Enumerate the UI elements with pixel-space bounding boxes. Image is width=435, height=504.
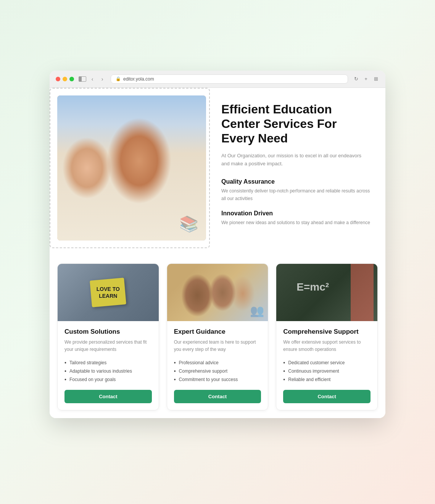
hero-section: Efficient Education Center Services For … (57, 95, 378, 241)
card-custom-solutions-list: Tailored strategies Adaptable to various… (64, 359, 152, 384)
list-item: Continuous improvement (283, 367, 371, 375)
card-custom-solutions: Custom Solutions We provide personalized… (57, 263, 159, 410)
card-custom-solutions-body: Custom Solutions We provide personalized… (58, 321, 159, 410)
contact-button-expert[interactable]: Contact (174, 390, 261, 403)
forward-button[interactable]: › (98, 75, 106, 83)
extensions-icon[interactable]: ⊞ (372, 76, 379, 82)
sidebar-toggle-icon[interactable] (79, 76, 86, 82)
hero-description: At Our Organization, our mission is to e… (221, 152, 370, 168)
card-comprehensive-support-body: Comprehensive Support We offer extensive… (276, 321, 377, 410)
list-item: Focused on your goals (64, 375, 152, 384)
feature-quality-title: Quality Assurance (221, 178, 370, 185)
card-custom-solutions-title: Custom Solutions (64, 328, 152, 336)
classroom-boy-image (57, 95, 206, 241)
card-comprehensive-support-image (276, 264, 377, 321)
list-item: Reliable and efficient (283, 375, 371, 384)
browser-content: Efficient Education Center Services For … (50, 88, 385, 418)
card-comprehensive-support-list: Dedicated customer service Continuous im… (283, 359, 371, 384)
refresh-icon[interactable]: ↻ (353, 76, 359, 82)
cards-section: Custom Solutions We provide personalized… (57, 260, 378, 410)
card-comprehensive-support: Comprehensive Support We offer extensive… (276, 263, 378, 410)
browser-actions: ↻ + ⊞ (353, 76, 379, 82)
card-expert-guidance-body: Expert Guidance Our experienced team is … (167, 321, 268, 410)
browser-window: ‹ › 🔒 editor.yola.com ↻ + ⊞ Efficient Ed… (50, 71, 385, 418)
maximize-button[interactable] (69, 77, 74, 81)
feature-innovation: Innovation Driven We pioneer new ideas a… (221, 210, 370, 226)
list-item: Tailored strategies (64, 359, 152, 367)
lock-icon: 🔒 (116, 76, 121, 81)
hero-text: Efficient Education Center Services For … (221, 102, 378, 234)
hero-title: Efficient Education Center Services For … (221, 102, 370, 146)
list-item: Dedicated customer service (283, 359, 371, 367)
blackboard-image (276, 264, 377, 321)
browser-nav: ‹ › (79, 75, 106, 83)
students-group-image (167, 264, 268, 321)
back-button[interactable]: ‹ (89, 75, 96, 83)
address-bar[interactable]: 🔒 editor.yola.com (111, 74, 348, 84)
hero-image-wrapper (57, 95, 206, 241)
list-item: Adaptable to various industries (64, 367, 152, 375)
love-learn-image (58, 264, 159, 321)
url-text: editor.yola.com (123, 76, 154, 82)
list-item: Comprehensive support (174, 367, 261, 375)
card-comprehensive-support-title: Comprehensive Support (283, 328, 371, 336)
list-item: Commitment to your success (174, 375, 261, 384)
card-expert-guidance-image (167, 264, 268, 321)
card-custom-solutions-image (58, 264, 159, 321)
browser-chrome: ‹ › 🔒 editor.yola.com ↻ + ⊞ (50, 71, 385, 88)
add-tab-icon[interactable]: + (362, 76, 369, 82)
list-item: Professional advice (174, 359, 261, 367)
card-expert-guidance: Expert Guidance Our experienced team is … (167, 263, 269, 410)
contact-button-comprehensive[interactable]: Contact (283, 390, 371, 403)
card-comprehensive-support-desc: We offer extensive support services to e… (283, 339, 371, 353)
traffic-lights (56, 77, 74, 81)
close-button[interactable] (56, 77, 60, 81)
feature-quality: Quality Assurance We consistently delive… (221, 178, 370, 202)
card-custom-solutions-desc: We provide personalized services that fi… (64, 339, 152, 353)
card-expert-guidance-list: Professional advice Comprehensive suppor… (174, 359, 261, 384)
feature-innovation-desc: We pioneer new ideas and solutions to st… (221, 219, 370, 226)
contact-button-custom[interactable]: Contact (64, 390, 152, 403)
feature-quality-desc: We consistently deliver top-notch perfor… (221, 187, 370, 202)
feature-innovation-title: Innovation Driven (221, 210, 370, 217)
hero-image (57, 95, 206, 241)
card-expert-guidance-title: Expert Guidance (174, 328, 261, 336)
card-expert-guidance-desc: Our experienced team is here to support … (174, 339, 261, 353)
minimize-button[interactable] (63, 77, 67, 81)
